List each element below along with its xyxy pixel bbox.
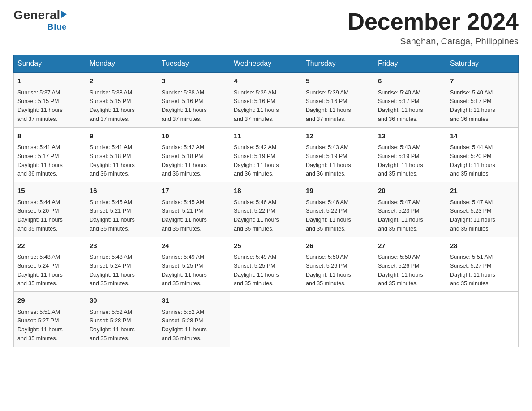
day-info: Sunrise: 5:41 AMSunset: 5:18 PMDaylight:… — [90, 144, 135, 177]
day-info: Sunrise: 5:52 AMSunset: 5:28 PMDaylight:… — [162, 309, 207, 342]
day-info: Sunrise: 5:40 AMSunset: 5:17 PMDaylight:… — [450, 90, 495, 122]
day-info: Sunrise: 5:37 AMSunset: 5:15 PMDaylight:… — [17, 90, 63, 122]
day-number: 1 — [17, 76, 82, 86]
calendar-cell: 23 Sunrise: 5:48 AMSunset: 5:24 PMDaylig… — [86, 237, 158, 292]
calendar-cell: 13 Sunrise: 5:43 AMSunset: 5:19 PMDaylig… — [374, 127, 446, 182]
day-number: 9 — [90, 131, 154, 141]
day-info: Sunrise: 5:43 AMSunset: 5:19 PMDaylight:… — [306, 144, 351, 177]
day-info: Sunrise: 5:50 AMSunset: 5:26 PMDaylight:… — [378, 254, 423, 287]
day-number: 11 — [234, 131, 298, 141]
logo: General — [13, 9, 67, 21]
day-info: Sunrise: 5:45 AMSunset: 5:21 PMDaylight:… — [90, 199, 135, 232]
calendar-cell: 14 Sunrise: 5:44 AMSunset: 5:20 PMDaylig… — [446, 127, 519, 182]
day-number: 17 — [162, 186, 226, 196]
day-number: 27 — [378, 241, 442, 251]
day-info: Sunrise: 5:44 AMSunset: 5:20 PMDaylight:… — [450, 144, 495, 177]
calendar-cell: 17 Sunrise: 5:45 AMSunset: 5:21 PMDaylig… — [158, 182, 230, 237]
calendar-header-row: SundayMondayTuesdayWednesdayThursdayFrid… — [14, 55, 519, 73]
header-wednesday: Wednesday — [230, 55, 302, 73]
calendar-table: SundayMondayTuesdayWednesdayThursdayFrid… — [13, 55, 519, 347]
day-info: Sunrise: 5:43 AMSunset: 5:19 PMDaylight:… — [378, 144, 423, 177]
day-info: Sunrise: 5:48 AMSunset: 5:24 PMDaylight:… — [90, 254, 135, 287]
day-number: 3 — [162, 76, 226, 86]
day-number: 5 — [306, 76, 370, 86]
calendar-cell: 27 Sunrise: 5:50 AMSunset: 5:26 PMDaylig… — [374, 237, 446, 292]
calendar-cell: 8 Sunrise: 5:41 AMSunset: 5:17 PMDayligh… — [14, 127, 86, 182]
calendar-cell: 18 Sunrise: 5:46 AMSunset: 5:22 PMDaylig… — [230, 182, 302, 237]
header-thursday: Thursday — [302, 55, 374, 73]
calendar-cell: 1 Sunrise: 5:37 AMSunset: 5:15 PMDayligh… — [14, 73, 86, 128]
day-info: Sunrise: 5:39 AMSunset: 5:16 PMDaylight:… — [234, 90, 279, 122]
day-info: Sunrise: 5:48 AMSunset: 5:24 PMDaylight:… — [17, 254, 63, 287]
day-number: 28 — [450, 241, 515, 251]
day-number: 23 — [90, 241, 154, 251]
calendar-cell: 22 Sunrise: 5:48 AMSunset: 5:24 PMDaylig… — [14, 237, 86, 292]
day-info: Sunrise: 5:49 AMSunset: 5:25 PMDaylight:… — [162, 254, 207, 287]
day-number: 19 — [306, 186, 370, 196]
calendar-week-row: 1 Sunrise: 5:37 AMSunset: 5:15 PMDayligh… — [14, 73, 519, 128]
day-number: 16 — [90, 186, 154, 196]
day-number: 21 — [450, 186, 515, 196]
day-info: Sunrise: 5:42 AMSunset: 5:18 PMDaylight:… — [162, 144, 207, 177]
day-number: 22 — [17, 241, 82, 251]
day-number: 30 — [90, 295, 154, 306]
day-info: Sunrise: 5:45 AMSunset: 5:21 PMDaylight:… — [162, 199, 207, 232]
day-info: Sunrise: 5:41 AMSunset: 5:17 PMDaylight:… — [17, 144, 63, 177]
calendar-cell: 20 Sunrise: 5:47 AMSunset: 5:23 PMDaylig… — [374, 182, 446, 237]
day-number: 18 — [234, 186, 298, 196]
title-area: December 2024 Sanghan, Caraga, Philippin… — [348, 9, 519, 47]
logo-general-text: General — [13, 9, 60, 21]
calendar-cell — [230, 292, 302, 347]
day-info: Sunrise: 5:52 AMSunset: 5:28 PMDaylight:… — [90, 309, 135, 342]
header-friday: Friday — [374, 55, 446, 73]
calendar-week-row: 29 Sunrise: 5:51 AMSunset: 5:27 PMDaylig… — [14, 292, 519, 347]
calendar-cell: 30 Sunrise: 5:52 AMSunset: 5:28 PMDaylig… — [86, 292, 158, 347]
day-info: Sunrise: 5:51 AMSunset: 5:27 PMDaylight:… — [450, 254, 495, 287]
day-number: 4 — [234, 76, 298, 86]
day-number: 13 — [378, 131, 442, 141]
header-sunday: Sunday — [14, 55, 86, 73]
day-number: 15 — [17, 186, 82, 196]
day-number: 10 — [162, 131, 226, 141]
calendar-cell: 3 Sunrise: 5:38 AMSunset: 5:16 PMDayligh… — [158, 73, 230, 128]
day-info: Sunrise: 5:40 AMSunset: 5:17 PMDaylight:… — [378, 90, 423, 122]
day-number: 20 — [378, 186, 442, 196]
calendar-cell: 24 Sunrise: 5:49 AMSunset: 5:25 PMDaylig… — [158, 237, 230, 292]
calendar-week-row: 8 Sunrise: 5:41 AMSunset: 5:17 PMDayligh… — [14, 127, 519, 182]
day-number: 8 — [17, 131, 82, 141]
day-info: Sunrise: 5:46 AMSunset: 5:22 PMDaylight:… — [234, 199, 279, 232]
header-saturday: Saturday — [446, 55, 519, 73]
day-number: 31 — [162, 295, 226, 306]
day-info: Sunrise: 5:47 AMSunset: 5:23 PMDaylight:… — [450, 199, 495, 232]
day-number: 26 — [306, 241, 370, 251]
calendar-cell — [302, 292, 374, 347]
day-number: 2 — [90, 76, 154, 86]
calendar-cell — [374, 292, 446, 347]
day-info: Sunrise: 5:39 AMSunset: 5:16 PMDaylight:… — [306, 90, 351, 122]
day-number: 25 — [234, 241, 298, 251]
header-tuesday: Tuesday — [158, 55, 230, 73]
day-number: 24 — [162, 241, 226, 251]
calendar-week-row: 22 Sunrise: 5:48 AMSunset: 5:24 PMDaylig… — [14, 237, 519, 292]
calendar-cell: 21 Sunrise: 5:47 AMSunset: 5:23 PMDaylig… — [446, 182, 519, 237]
calendar-cell: 9 Sunrise: 5:41 AMSunset: 5:18 PMDayligh… — [86, 127, 158, 182]
calendar-cell: 4 Sunrise: 5:39 AMSunset: 5:16 PMDayligh… — [230, 73, 302, 128]
calendar-cell: 5 Sunrise: 5:39 AMSunset: 5:16 PMDayligh… — [302, 73, 374, 128]
day-number: 6 — [378, 76, 442, 86]
calendar-cell: 11 Sunrise: 5:42 AMSunset: 5:19 PMDaylig… — [230, 127, 302, 182]
logo-blue-text: Blue — [47, 22, 67, 32]
day-info: Sunrise: 5:38 AMSunset: 5:15 PMDaylight:… — [90, 90, 135, 122]
location-subtitle: Sanghan, Caraga, Philippines — [348, 36, 519, 47]
calendar-cell: 6 Sunrise: 5:40 AMSunset: 5:17 PMDayligh… — [374, 73, 446, 128]
calendar-cell: 15 Sunrise: 5:44 AMSunset: 5:20 PMDaylig… — [14, 182, 86, 237]
logo-arrow-icon — [61, 11, 67, 18]
day-info: Sunrise: 5:46 AMSunset: 5:22 PMDaylight:… — [306, 199, 351, 232]
calendar-cell: 28 Sunrise: 5:51 AMSunset: 5:27 PMDaylig… — [446, 237, 519, 292]
day-number: 14 — [450, 131, 515, 141]
calendar-cell: 16 Sunrise: 5:45 AMSunset: 5:21 PMDaylig… — [86, 182, 158, 237]
day-number: 29 — [17, 295, 82, 306]
calendar-cell: 29 Sunrise: 5:51 AMSunset: 5:27 PMDaylig… — [14, 292, 86, 347]
calendar-cell: 2 Sunrise: 5:38 AMSunset: 5:15 PMDayligh… — [86, 73, 158, 128]
calendar-cell: 7 Sunrise: 5:40 AMSunset: 5:17 PMDayligh… — [446, 73, 519, 128]
calendar-cell: 19 Sunrise: 5:46 AMSunset: 5:22 PMDaylig… — [302, 182, 374, 237]
